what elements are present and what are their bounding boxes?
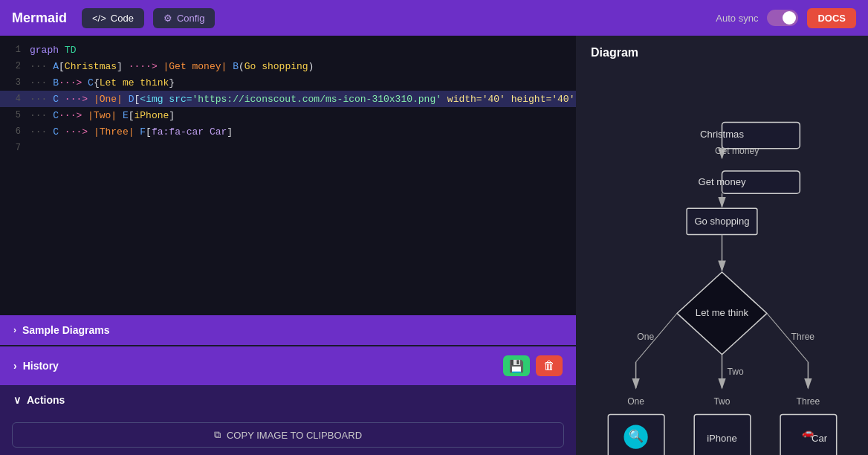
code-button[interactable]: </> Code (82, 8, 144, 28)
history-delete-button[interactable]: 🗑 (536, 355, 563, 376)
code-line-6: 6 ··· C ···> |Three| F[fa:fa-car Car] (0, 123, 576, 140)
line-num-1: 1 (6, 45, 21, 55)
trash-icon: 🗑 (543, 359, 555, 372)
code-line-2: 2 ··· A[Christmas] ····> |Get money| B(G… (0, 58, 576, 74)
diagram-canvas: Christmas Get money Get money Go shoppin… (576, 70, 868, 455)
brand-label: Mermaid (12, 10, 67, 26)
line-num-7: 7 (6, 143, 21, 153)
auto-sync-toggle[interactable] (767, 10, 798, 26)
config-button[interactable]: ⚙ Config (153, 8, 216, 28)
line-content-4: ··· C ···> |One| D[<img src='https://ico… (30, 94, 576, 105)
line-num-6: 6 (6, 126, 21, 137)
diagram-svg: Christmas Get money Get money Go shoppin… (576, 77, 868, 455)
line-content-5: ··· C···> |Two| E[iPhone] (30, 110, 175, 121)
code-editor[interactable]: 1 graph TD 2 ··· A[Christmas] ····> |Get… (0, 36, 576, 315)
code-line-4: 4 ··· C ···> |One| D[<img src='https://i… (0, 91, 576, 107)
chevron-down-icon-actions: ∨ (13, 394, 21, 406)
three-branch-label: Three (797, 396, 820, 407)
code-line-7: 7 (0, 140, 576, 156)
copy-image-button[interactable]: ⧉ COPY IMAGE TO CLIPBOARD (12, 422, 564, 448)
chevron-right-icon: › (13, 325, 16, 335)
config-btn-label: Config (177, 13, 205, 24)
history-header[interactable]: › History 💾 🗑 (0, 346, 576, 385)
two-label: Two (728, 367, 744, 377)
code-line-1: 1 graph TD (0, 42, 576, 58)
one-branch-label: One (627, 396, 644, 407)
goshopping-label: Go shopping (694, 216, 749, 227)
diagram-title: Diagram (576, 36, 868, 70)
iphone-label: iPhone (707, 433, 737, 444)
getmoney-label: Get money (699, 176, 746, 187)
toolbar: Mermaid </> Code ⚙ Config Auto sync DOCS (0, 0, 868, 36)
line-num-2: 2 (6, 61, 21, 71)
copy-btn-label: COPY IMAGE TO CLIPBOARD (227, 430, 362, 441)
line-content-1: graph TD (30, 45, 76, 56)
line-num-3: 3 (6, 77, 21, 88)
actions-section: ∨ Actions (0, 385, 576, 415)
three-label: Three (791, 332, 815, 342)
auto-sync-label: Auto sync (716, 13, 758, 24)
line-num-4: 4 (6, 94, 21, 104)
line-content-3: ··· B···> C{Let me think} (30, 77, 175, 88)
bottom-sections: › Sample Diagrams › History 💾 🗑 (0, 315, 576, 455)
code-line-3: 3 ··· B···> C{Let me think} (0, 74, 576, 91)
actions-header[interactable]: ∨ Actions (0, 385, 576, 415)
line-content-2: ··· A[Christmas] ····> |Get money| B(Go … (30, 61, 314, 72)
code-btn-label: Code (111, 13, 134, 24)
christmas-label: Christmas (700, 129, 744, 140)
right-panel: Diagram Christmas Get money Get money (576, 36, 868, 455)
two-branch-label: Two (713, 396, 730, 407)
sample-diagrams-label: Sample Diagrams (22, 324, 110, 336)
code-icon: </> (92, 13, 106, 24)
code-line-5: 5 ··· C···> |Two| E[iPhone] (0, 107, 576, 123)
copy-icon: ⧉ (214, 429, 221, 441)
gear-icon: ⚙ (163, 13, 172, 24)
get-money-edge-label: Get money (715, 146, 760, 156)
search-icon: 🔍 (629, 429, 644, 443)
line-content-6: ··· C ···> |Three| F[fa:fa-car Car] (30, 126, 233, 138)
history-save-button[interactable]: 💾 (503, 355, 530, 376)
car-label: Car (812, 433, 828, 444)
one-label: One (637, 332, 654, 342)
letmethink-label: Let me think (696, 307, 749, 318)
chevron-right-icon-history: › (13, 360, 17, 372)
history-label: History (23, 360, 59, 372)
copy-btn-bar: ⧉ COPY IMAGE TO CLIPBOARD (0, 415, 576, 455)
main-layout: 1 graph TD 2 ··· A[Christmas] ····> |Get… (0, 36, 868, 455)
line-num-5: 5 (6, 110, 21, 120)
save-icon: 💾 (509, 359, 524, 373)
docs-button[interactable]: DOCS (807, 8, 856, 28)
history-buttons: 💾 🗑 (503, 355, 563, 376)
sample-diagrams-section: › Sample Diagrams (0, 315, 576, 345)
actions-label: Actions (27, 394, 65, 406)
left-panel: 1 graph TD 2 ··· A[Christmas] ····> |Get… (0, 36, 576, 455)
toggle-knob (783, 11, 796, 25)
sample-diagrams-header[interactable]: › Sample Diagrams (0, 315, 576, 345)
history-section: › History 💾 🗑 (0, 346, 576, 385)
